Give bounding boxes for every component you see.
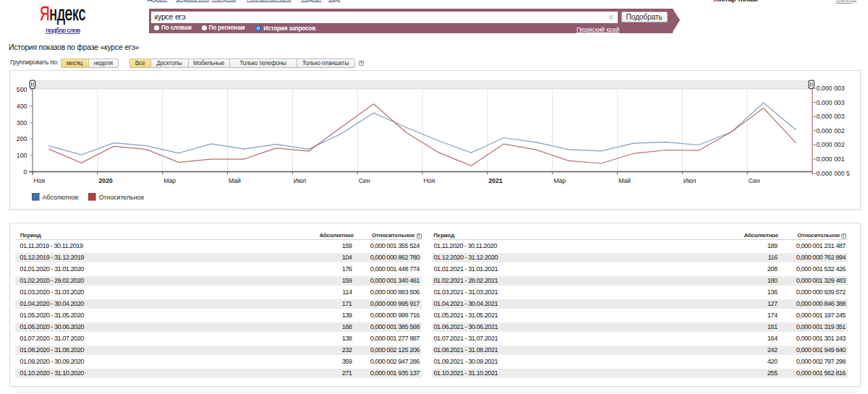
svg-text:0,000 003: 0,000 003	[817, 85, 845, 92]
svg-text:Относительное: Относительное	[99, 194, 145, 201]
svg-text:500: 500	[17, 86, 27, 93]
svg-text:Абсолютное: Абсолютное	[43, 194, 79, 201]
svg-text:Мар: Мар	[553, 177, 566, 184]
svg-text:400: 400	[17, 103, 27, 110]
svg-text:2020: 2020	[98, 177, 112, 184]
svg-text:Май: Май	[618, 177, 631, 184]
svg-text:Ноя: Ноя	[34, 177, 46, 184]
svg-text:0,000 001: 0,000 001	[817, 155, 845, 163]
svg-text:Сен: Сен	[359, 177, 370, 184]
svg-text:0,000 002: 0,000 002	[817, 141, 845, 148]
svg-text:0,000 000 5: 0,000 000 5	[817, 170, 851, 177]
svg-text:300: 300	[17, 119, 27, 127]
svg-text:0,000 003: 0,000 003	[817, 99, 845, 106]
svg-text:Ноя: Ноя	[424, 177, 435, 184]
svg-text:Сен: Сен	[749, 177, 760, 184]
svg-text:0: 0	[24, 168, 27, 176]
svg-text:Май: Май	[229, 177, 241, 184]
svg-text:2021: 2021	[488, 177, 502, 184]
svg-text:200: 200	[17, 135, 27, 142]
svg-text:Июл: Июл	[294, 177, 307, 184]
svg-text:100: 100	[17, 152, 27, 159]
svg-text:Мар: Мар	[163, 177, 176, 184]
svg-text:0,000 002: 0,000 002	[817, 127, 845, 134]
svg-text:0,000 003: 0,000 003	[817, 113, 845, 120]
svg-text:Июл: Июл	[684, 177, 697, 184]
